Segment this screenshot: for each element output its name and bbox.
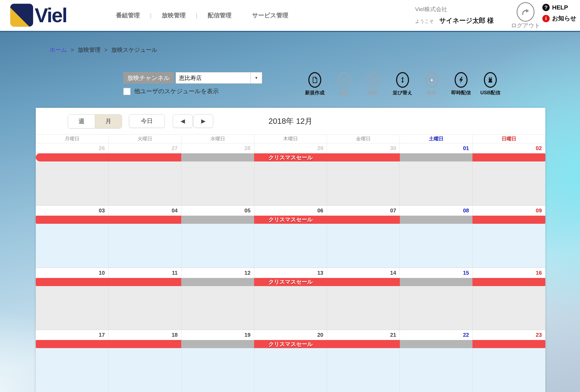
date-cell: 09 — [472, 206, 545, 216]
nav-item-2[interactable]: 配信管理 — [197, 11, 242, 20]
schedule-event-bar[interactable]: クリスマスセール — [36, 340, 545, 348]
date-cell: 05 — [181, 206, 254, 216]
nav-item-3[interactable]: サービス管理 — [242, 11, 299, 20]
toolbar-usb-button[interactable]: USB配信 — [476, 72, 505, 96]
event-segment[interactable] — [36, 216, 109, 224]
event-segment[interactable] — [327, 278, 400, 286]
event-segment[interactable]: クリスマスセール — [254, 153, 327, 161]
app-header: Viel 番組管理|放映管理|配信管理サービス管理 Viel株式会社 ようこそ … — [0, 0, 580, 32]
event-segment[interactable]: クリスマスセール — [254, 216, 327, 224]
schedule-event-bar[interactable]: クリスマスセール — [36, 216, 545, 224]
event-segment[interactable] — [400, 216, 473, 224]
channel-select[interactable]: 恵比寿店 ▼ — [176, 72, 262, 84]
nav-item-label: 配信管理 — [208, 12, 231, 19]
user-name: サイネージ太郎 様 — [439, 16, 494, 25]
day-cell — [108, 348, 181, 392]
day-header-5: 土曜日 — [400, 135, 472, 143]
breadcrumb-separator: > — [71, 47, 74, 53]
date-cell: 20 — [254, 330, 327, 340]
event-segment[interactable] — [327, 216, 400, 224]
toolbar-new-document-button[interactable]: 新規作成 — [300, 72, 329, 96]
logout-arrow-icon — [521, 7, 530, 17]
toolbar-button-label: 新規作成 — [300, 89, 329, 96]
notice-label: お知らせ — [552, 14, 576, 22]
question-icon: ? — [542, 4, 550, 11]
nav-item-1[interactable]: 放映管理 — [151, 11, 196, 20]
date-cell: 06 — [254, 206, 327, 216]
notice-link[interactable]: i お知らせ — [542, 14, 576, 22]
chevron-down-icon[interactable]: ▼ — [251, 72, 262, 83]
day-cells — [36, 348, 545, 392]
event-segment[interactable] — [109, 340, 182, 348]
toolbar-lightning-button[interactable]: 即時配信 — [446, 72, 476, 96]
event-segment[interactable] — [472, 216, 545, 224]
week-row-1: 03040506070809クリスマスセール — [36, 205, 545, 268]
event-segment[interactable] — [400, 278, 473, 286]
event-segment[interactable] — [327, 340, 400, 348]
week-row-2: 10111213141516クリスマスセール — [36, 268, 545, 330]
company-name: Viel株式会社 — [415, 5, 494, 13]
day-cells — [36, 224, 545, 268]
day-header-6: 日曜日 — [472, 135, 545, 143]
date-cell: 22 — [400, 330, 472, 340]
event-segment[interactable] — [400, 153, 473, 161]
logout-button[interactable]: ログアウト — [509, 2, 542, 29]
toolbar-trash-button: 削除 — [359, 72, 388, 96]
event-segment[interactable]: クリスマスセール — [254, 340, 327, 348]
event-segment[interactable] — [36, 340, 109, 348]
day-cell — [254, 286, 327, 330]
event-segment[interactable] — [181, 278, 254, 286]
day-cell — [108, 224, 181, 268]
toolbar-button-label: 並び替え — [388, 89, 417, 96]
toolbar-sort-vertical-button[interactable]: 並び替え — [388, 72, 417, 96]
event-segment[interactable] — [181, 340, 254, 348]
help-link[interactable]: ? HELP — [542, 4, 576, 11]
breadcrumb-separator: > — [104, 47, 108, 53]
event-segment[interactable]: クリスマスセール — [254, 278, 327, 286]
schedule-event-bar[interactable]: クリスマスセール — [36, 278, 545, 286]
event-segment[interactable] — [472, 278, 545, 286]
sort-vertical-icon — [399, 76, 406, 83]
date-cell: 16 — [472, 268, 545, 278]
date-cell: 14 — [327, 268, 400, 278]
event-title: クリスマスセール — [254, 153, 327, 161]
breadcrumb: ホーム > 放映管理 > 放映スケジュール — [50, 46, 157, 54]
event-segment[interactable] — [327, 153, 400, 161]
date-cell: 29 — [254, 143, 327, 153]
logout-label: ログアウト — [509, 22, 542, 29]
event-segment[interactable] — [472, 340, 545, 348]
channel-label: 放映チャンネル — [123, 72, 174, 84]
day-cell — [400, 286, 472, 330]
info-icon: i — [542, 15, 550, 22]
date-cell: 23 — [472, 330, 545, 340]
event-segment[interactable] — [109, 216, 182, 224]
filters: 放映チャンネル 恵比寿店 ▼ 他ユーザのスケジュールを表示 — [123, 72, 262, 95]
day-cell — [181, 161, 254, 205]
event-segment[interactable] — [181, 153, 254, 161]
event-segment[interactable] — [36, 153, 109, 161]
nav-item-label: 番組管理 — [116, 12, 140, 19]
day-cell — [400, 348, 472, 392]
logo[interactable]: Viel — [10, 3, 67, 27]
event-segment[interactable] — [472, 153, 545, 161]
event-title: クリスマスセール — [254, 340, 327, 348]
schedule-event-bar[interactable]: クリスマスセール — [36, 153, 545, 161]
date-cell: 17 — [36, 330, 108, 340]
breadcrumb-home-link[interactable]: ホーム — [50, 47, 67, 53]
event-segment[interactable] — [109, 278, 182, 286]
event-segment[interactable] — [181, 216, 254, 224]
date-cell: 11 — [108, 268, 181, 278]
calendar-toolbar: 週 月 今日 ◀ ▶ 2018年 12月 — [36, 108, 545, 134]
event-segment[interactable] — [400, 340, 473, 348]
day-cell — [36, 348, 108, 392]
other-users-checkbox[interactable] — [123, 88, 131, 95]
day-cells — [36, 161, 545, 205]
nav-item-0[interactable]: 番組管理 — [106, 11, 150, 20]
day-cell — [327, 348, 400, 392]
event-segment[interactable] — [109, 153, 182, 161]
event-title: クリスマスセール — [254, 278, 327, 286]
event-segment[interactable] — [36, 278, 109, 286]
date-cell: 12 — [181, 268, 254, 278]
day-header-0: 月曜日 — [36, 135, 108, 143]
day-cell — [36, 286, 108, 330]
